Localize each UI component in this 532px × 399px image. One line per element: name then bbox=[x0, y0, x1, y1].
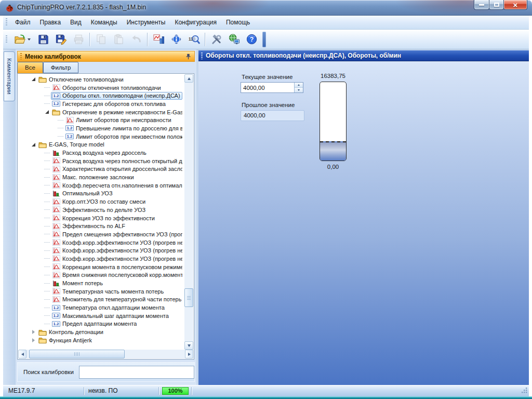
expander-closed-icon[interactable] bbox=[32, 330, 35, 334]
tree-item-content[interactable]: Коррекция УОЗ по эффективности bbox=[51, 214, 157, 222]
expander-open-icon[interactable] bbox=[32, 143, 35, 147]
maximize-button[interactable] bbox=[489, 0, 504, 10]
tree-item-content[interactable]: 1.2Максимальный шаг адаптации момента bbox=[51, 312, 171, 320]
tree-item[interactable]: Оптимальный УОЗ bbox=[18, 190, 184, 198]
tree-expander[interactable] bbox=[43, 110, 51, 114]
connection-button[interactable] bbox=[226, 32, 242, 47]
tree-item[interactable]: Отключение топливоподачи bbox=[18, 75, 184, 84]
tree-item-content[interactable]: 1.2Температура откл.адаптации момента bbox=[51, 304, 167, 312]
parameter-header-grip[interactable] bbox=[201, 52, 203, 59]
tree-item-content[interactable]: Коэфф.корр.эффективности УОЗ (прогрев не bbox=[51, 255, 184, 262]
tree-item[interactable]: Коррекция УОЗ по эффективности bbox=[18, 214, 184, 222]
tree-item[interactable]: Характеристика открытия дроссельной засл… bbox=[18, 165, 184, 174]
tree-item-selected[interactable]: 1.2Обороты откл. топливоподачи (неиспр.Д… bbox=[51, 92, 182, 100]
vertical-scroll-thumb[interactable] bbox=[184, 288, 193, 307]
pin-icon[interactable] bbox=[186, 54, 191, 60]
tab-comments[interactable]: Комментарии bbox=[4, 51, 15, 101]
tree-item-content[interactable]: Отключение топливоподачи bbox=[37, 75, 126, 83]
tree-item[interactable]: 1.2Обороты откл. топливоподачи (неиспр.Д… bbox=[18, 91, 184, 100]
help-button[interactable]: ? bbox=[244, 32, 259, 47]
tree-item[interactable]: Момент потерь bbox=[18, 279, 184, 287]
menu-инструменты[interactable]: Инструменты bbox=[122, 19, 170, 26]
save-edit-button[interactable] bbox=[53, 32, 69, 47]
tree-item[interactable]: Множитель для температурной части потерь bbox=[18, 296, 184, 304]
tree-item[interactable]: Расход воздуха через дроссель bbox=[18, 149, 184, 157]
scroll-up-button[interactable] bbox=[184, 74, 193, 83]
tree-item-content[interactable]: Время снижения послепусковой корр.момент bbox=[51, 271, 184, 279]
resize-grip[interactable] bbox=[521, 387, 528, 395]
tree-expander[interactable] bbox=[30, 143, 37, 147]
tree-item[interactable]: 1.2Предел адаптации момента bbox=[18, 320, 184, 328]
tree-item-content[interactable]: 1.2Лимит оборотов при неизвестном положе bbox=[64, 132, 184, 140]
tree-item[interactable]: Предел смещения эффективности УОЗ (прог bbox=[18, 230, 184, 238]
tree-expander[interactable] bbox=[30, 77, 37, 81]
tree-item-content[interactable]: Макс. положение заслонки bbox=[51, 174, 136, 181]
title-bar[interactable]: ChipTuningPRO ver.7.2.1.835 - flash_1M.b… bbox=[0, 0, 532, 16]
tree-item[interactable]: Эффективность по дельте УОЗ bbox=[18, 206, 184, 214]
close-button[interactable]: × bbox=[503, 0, 527, 10]
tree-item[interactable]: Расход воздуха через полностью открытый … bbox=[18, 157, 184, 165]
tree-item-content[interactable]: Коэфф.корр.эффективности УОЗ (прогрев не bbox=[51, 247, 184, 255]
tab-все[interactable]: Все bbox=[17, 62, 43, 73]
tree-expander[interactable] bbox=[30, 330, 37, 334]
tree-item[interactable]: Эффективность по ALF bbox=[18, 222, 184, 230]
tree-item-content[interactable]: Характеристика открытия дроссельной засл… bbox=[51, 165, 184, 173]
tree-item[interactable]: 1.2Превышение лимита по дросселю для вк bbox=[18, 124, 184, 132]
horizontal-scroll-thumb[interactable] bbox=[29, 350, 125, 358]
tree-item-content[interactable]: Эффективность по дельте УОЗ bbox=[51, 206, 148, 214]
tree-item-content[interactable]: Предел смещения эффективности УОЗ (прог bbox=[51, 230, 184, 238]
tree-horizontal-scrollbar[interactable] bbox=[18, 350, 193, 358]
minimize-button[interactable] bbox=[474, 0, 489, 10]
spin-up-button[interactable] bbox=[295, 83, 303, 88]
tree-item[interactable]: Лимит оборотов при неисправности bbox=[18, 116, 184, 124]
compare-maps-button[interactable] bbox=[151, 32, 166, 47]
tree-item-content[interactable]: Множитель для температурной части потерь bbox=[51, 296, 183, 303]
tree-item-content[interactable]: Функция Antijerk bbox=[37, 336, 94, 344]
tree-item-content[interactable]: Ограничение в режиме неисправности E-Gas bbox=[51, 108, 184, 116]
tools-button[interactable] bbox=[208, 32, 224, 47]
tree-vertical-scrollbar[interactable] bbox=[184, 74, 193, 350]
search-input[interactable] bbox=[79, 366, 194, 379]
spin-down-button[interactable] bbox=[295, 88, 303, 93]
tree-item[interactable]: 1.2Гистерезис для оборотов откл.топлива bbox=[18, 100, 184, 108]
tree-item-content[interactable]: Обороты отключения топливоподачи bbox=[51, 84, 163, 91]
scroll-down-button[interactable] bbox=[184, 341, 193, 350]
expander-open-icon[interactable] bbox=[45, 110, 49, 114]
dropdown-caret-icon[interactable] bbox=[28, 38, 31, 41]
menu-файл[interactable]: Файл bbox=[10, 19, 35, 26]
tree-item[interactable]: Обороты отключения топливоподачи bbox=[18, 84, 184, 92]
tree-item[interactable]: Коэфф.пересчета отн.наполнения в оптимал… bbox=[18, 181, 184, 190]
tree-item-content[interactable]: Момент потерь bbox=[51, 280, 105, 287]
tree-item-content[interactable]: Коэфф.пересчета отн.наполнения в оптимал… bbox=[51, 181, 184, 189]
open-file-button[interactable] bbox=[11, 32, 33, 47]
tree-item-content[interactable]: Расход воздуха через полностью открытый … bbox=[51, 157, 184, 165]
save-button[interactable] bbox=[35, 32, 51, 47]
tree-item[interactable]: Контроль детонации bbox=[18, 328, 184, 336]
tree-item[interactable]: Коэфф.корр.эффективности УОЗ (прогрев не bbox=[18, 246, 184, 255]
tree-item-content[interactable]: Температурная часть момента потерь bbox=[51, 287, 166, 295]
toolbar-grip[interactable] bbox=[6, 35, 7, 44]
menu-команды[interactable]: Команды bbox=[86, 19, 122, 26]
tree-item-content[interactable]: Оптимальный УОЗ bbox=[51, 190, 115, 197]
tree-item-content[interactable]: E-GAS, Torque model bbox=[37, 141, 107, 149]
menu-правка[interactable]: Правка bbox=[35, 19, 66, 26]
tree-item-content[interactable]: Корр.опт.УОЗ по составу смеси bbox=[51, 198, 148, 206]
menu-вид[interactable]: Вид bbox=[65, 19, 86, 26]
tree-item[interactable]: Коррекция момента в послепусковом режиме bbox=[18, 263, 184, 271]
tree-item-content[interactable]: Лимит оборотов при неисправности bbox=[64, 116, 174, 124]
scroll-left-button[interactable] bbox=[18, 350, 26, 358]
tree-item[interactable]: Функция Antijerk bbox=[18, 336, 184, 344]
tree-item-content[interactable]: 1.2Гистерезис для оборотов откл.топлива bbox=[51, 100, 168, 108]
tree-item[interactable]: Температурная часть момента потерь bbox=[18, 287, 184, 296]
find-value-button[interactable]: 110 bbox=[186, 32, 202, 47]
tree-item[interactable]: Коэфф.корр.эффективности УОЗ (прогрев не bbox=[18, 255, 184, 263]
tab-фильтр[interactable]: Фильтр bbox=[43, 62, 79, 73]
tree-item-content[interactable]: 1.2Превышение лимита по дросселю для вк bbox=[64, 124, 184, 132]
expander-open-icon[interactable] bbox=[32, 77, 35, 81]
map-info-button[interactable] bbox=[168, 32, 184, 47]
tree-item[interactable]: Ограничение в режиме неисправности E-Gas bbox=[18, 108, 184, 116]
current-value-input[interactable] bbox=[241, 83, 294, 92]
scroll-right-button[interactable] bbox=[185, 350, 193, 358]
expander-closed-icon[interactable] bbox=[32, 338, 35, 342]
tree-item-content[interactable]: 1.2Предел адаптации момента bbox=[51, 320, 139, 328]
